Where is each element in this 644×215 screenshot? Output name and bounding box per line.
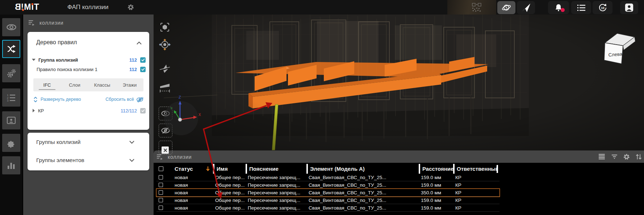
column-distance[interactable]: Расстояние	[419, 164, 453, 174]
logo-char: M	[24, 2, 31, 12]
table-row-selected[interactable]: новаяОбщее пер...Пересечение запрещ...Св…	[156, 189, 499, 197]
select-all-checkbox[interactable]	[159, 166, 163, 171]
header-end-bar	[497, 165, 498, 173]
cell-responsible: КР	[453, 204, 497, 211]
expander-right-icon[interactable]	[33, 109, 35, 112]
row-checkbox[interactable]	[159, 183, 163, 187]
table-row[interactable]: новаяОбщее пер...Пересечение запрещ...Св…	[156, 197, 499, 204]
numbered-list-icon: 1 2 3	[6, 92, 16, 103]
locate-button[interactable]	[158, 38, 172, 51]
user-icon	[624, 3, 634, 12]
cell-distance: 159.0 мм	[419, 197, 453, 204]
collapse-chevron-up-icon[interactable]	[136, 41, 142, 45]
sidebar-item-contacts[interactable]	[2, 111, 20, 129]
tab-ifc[interactable]: IFC	[33, 78, 61, 91]
atom-orbit-icon	[501, 3, 511, 13]
account-button[interactable]	[620, 1, 638, 14]
cell-element: Свая_Винтовая_СВС_по_ТУ_25...	[306, 181, 419, 189]
history-badge-label: 10	[601, 6, 605, 10]
logo-char: B	[14, 2, 21, 12]
rule-group-row[interactable]: Группа коллизий 112	[31, 56, 146, 64]
measure-button[interactable]	[158, 80, 172, 94]
rows-icon[interactable]	[598, 153, 605, 160]
sidebar-item-plugins[interactable]	[2, 134, 20, 152]
row-checkbox[interactable]	[159, 190, 163, 195]
tree-node-count: 112/112	[121, 108, 137, 113]
rule-row[interactable]: Правило поиска коллизии 1 112	[31, 65, 146, 73]
history-button[interactable]: 10	[593, 1, 612, 14]
gear-icon	[127, 4, 134, 11]
filter-icon[interactable]	[611, 153, 618, 160]
row-checkbox[interactable]	[159, 175, 163, 179]
cell-responsible: КР	[453, 197, 497, 204]
check-icon	[141, 58, 145, 61]
collisions-panel: коллизии Дерево правил Группа коллизий 1…	[23, 15, 154, 215]
view-cube[interactable]: Слева	[601, 29, 639, 67]
table-row[interactable]: новаяОбщее пер...Пересечение запрещ...Св…	[156, 181, 499, 189]
panel-menu-icon[interactable]	[156, 154, 163, 160]
cursor-arrow-icon	[521, 3, 531, 13]
task-list-button[interactable]	[571, 1, 591, 14]
tree-node-checkbox[interactable]	[140, 108, 146, 113]
column-responsible[interactable]: Ответственный	[453, 164, 497, 174]
panel-title: коллизии	[39, 20, 63, 26]
rule-label: Правило поиска коллизии 1	[37, 67, 97, 72]
notification-badge	[561, 8, 565, 12]
sidebar-item-visibility[interactable]	[2, 18, 20, 36]
panel-menu-icon[interactable]	[28, 20, 35, 26]
hide-all-icon[interactable]	[136, 96, 143, 103]
qr-code-icon[interactable]	[472, 3, 482, 12]
cell-note: Пересечение запрещ...	[246, 174, 306, 181]
rule-group-checkbox[interactable]	[140, 57, 146, 63]
row-checkbox[interactable]	[159, 206, 163, 210]
rule-group-label: Группа коллизий	[38, 57, 78, 63]
tab-layers[interactable]: Слои	[61, 78, 88, 91]
fly-navigate-button[interactable]	[517, 1, 535, 14]
element-groups-label: Группы элементов	[36, 157, 84, 164]
column-note[interactable]: Пояснение	[246, 164, 306, 174]
table-row[interactable]: новаяОбщее пер...Пересечение запрещ...Св…	[156, 174, 499, 181]
zoom-to-fit-button[interactable]	[159, 21, 171, 33]
cell-name: Общее пер...	[213, 197, 246, 204]
rule-count: 112	[129, 67, 137, 72]
tab-classes[interactable]: Классы	[88, 78, 116, 91]
clear-selection-button[interactable]	[162, 146, 169, 154]
sidebar-item-settings[interactable]	[2, 64, 20, 82]
cell-distance: 159.0 мм	[419, 174, 453, 181]
sidebar-item-numbered-list[interactable]: 1 2 3	[2, 88, 20, 107]
expander-down-icon[interactable]	[32, 59, 35, 61]
column-element-a[interactable]: Элемент (Модель А)	[306, 164, 419, 174]
column-status[interactable]: Статус	[172, 164, 213, 174]
close-icon	[163, 148, 167, 152]
eye-icon	[7, 24, 16, 31]
cell-element: Свая_Винтовая_СВС_по_ТУ_25...	[306, 174, 419, 181]
axis-gizmo[interactable]: Z X Y	[159, 94, 203, 137]
tab-floors[interactable]: Этажи	[116, 78, 143, 91]
sidebar-item-reports[interactable]	[2, 156, 20, 174]
table-panel-header: коллизии	[154, 150, 644, 163]
notifications-button[interactable]	[548, 1, 569, 14]
collision-groups-section[interactable]: Группы коллизий	[36, 135, 142, 149]
axis-y-label: Y	[170, 107, 172, 110]
model-mode-button[interactable]	[497, 1, 515, 14]
column-name[interactable]: Имя	[213, 164, 246, 174]
table-row[interactable]: новаяОбщее пер...Пересечение запрещ...Св…	[156, 204, 499, 212]
element-groups-section[interactable]: Группы элементов	[36, 153, 142, 168]
project-settings-button[interactable]	[127, 4, 134, 12]
cell-note: Пересечение запрещ...	[246, 181, 306, 189]
section-plane-button[interactable]	[157, 61, 172, 75]
sort-desc-icon	[206, 166, 210, 171]
row-checkbox[interactable]	[159, 198, 163, 202]
reset-all-link[interactable]: Сбросить всё	[105, 97, 134, 102]
gear-icon[interactable]	[623, 153, 630, 160]
expand-tree-link[interactable]: Развернуть дерево	[41, 97, 81, 102]
rule-checkbox[interactable]	[140, 67, 146, 72]
logo-char: i	[31, 2, 34, 12]
app-logo[interactable]: B!MiT	[14, 2, 39, 12]
cell-note: Пересечение запрещ...	[246, 197, 306, 204]
sort-arrows-icon[interactable]	[636, 153, 642, 160]
table-panel-title: коллизии	[168, 154, 192, 160]
sidebar-item-collisions[interactable]	[2, 40, 20, 58]
clip-plane-icon	[159, 62, 171, 74]
ifc-tree-node-kr[interactable]: КР 112/112	[31, 107, 146, 115]
